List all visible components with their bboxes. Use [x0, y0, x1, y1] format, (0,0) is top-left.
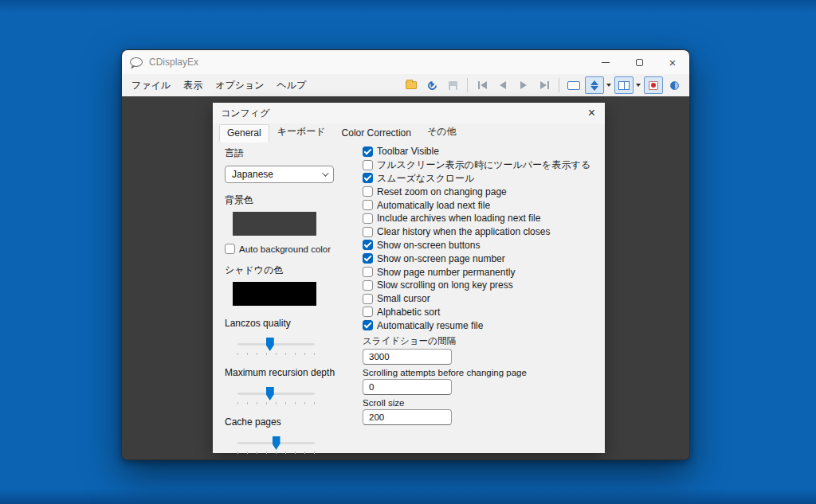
language-dropdown[interactable]: Japanese — [225, 166, 334, 183]
folder-icon — [406, 81, 417, 89]
lanczos-quality-slider-track[interactable] — [237, 343, 315, 346]
record-icon — [649, 81, 658, 90]
two-page-view-button-dropdown-arrow[interactable] — [634, 76, 642, 94]
close-window-button[interactable]: × — [656, 50, 689, 74]
fullscreen-toolbar-label: フルスクリーン表示の時にツールバーを表示する — [377, 158, 590, 172]
show-onscreen-page-number-checkbox[interactable] — [363, 253, 373, 264]
lanczos-quality-slider-group: Lanczos quality — [225, 318, 363, 355]
minimize-icon — [602, 62, 610, 63]
menu-file[interactable]: ファイル — [125, 76, 177, 96]
scroll-size-input[interactable] — [363, 409, 452, 425]
clear-history-on-close-checkbox[interactable] — [363, 227, 373, 237]
slideshow-interval-input[interactable] — [363, 349, 452, 365]
open-file-button[interactable] — [402, 76, 421, 94]
save-button[interactable] — [443, 76, 462, 94]
tab-other[interactable]: その他 — [419, 122, 465, 143]
right-column: Toolbar Visibleフルスクリーン表示の時にツールバーを表示するスムー… — [363, 144, 605, 454]
next-page-button[interactable] — [514, 76, 533, 94]
language-dropdown-value: Japanese — [232, 169, 273, 180]
lanczos-quality-slider[interactable] — [237, 337, 315, 351]
tab-color-correction[interactable]: Color Correction — [334, 124, 419, 143]
toolbar — [401, 76, 685, 94]
cache-pages-slider-ticks — [237, 451, 316, 454]
contrast-button[interactable] — [665, 76, 684, 94]
left-column: 言語 Japanese 背景色 Auto background color シャ… — [225, 144, 363, 454]
last-page-button[interactable] — [535, 76, 554, 94]
options-checkbox-list: Toolbar Visibleフルスクリーン表示の時にツールバーを表示するスムー… — [363, 145, 605, 332]
option-include-archives-next-file[interactable]: Include archives when loading next file — [363, 212, 605, 225]
cache-pages-slider[interactable] — [237, 436, 315, 450]
last-icon — [540, 81, 549, 89]
alphabetic-sort-checkbox[interactable] — [363, 307, 373, 317]
small-cursor-checkbox[interactable] — [363, 294, 373, 304]
option-slow-scrolling-long-key-press[interactable]: Slow scrolling on long key press — [363, 279, 605, 292]
first-page-button[interactable] — [473, 76, 492, 94]
dialog-close-button[interactable]: × — [586, 107, 597, 119]
option-fullscreen-toolbar[interactable]: フルスクリーン表示の時にツールバーを表示する — [363, 158, 605, 172]
auto-background-checkbox[interactable] — [225, 244, 235, 254]
dialog-footer: リセット閉じる — [213, 454, 605, 460]
fit-height-button-dropdown-arrow[interactable] — [605, 76, 613, 94]
option-smooth-scroll[interactable]: スムーズなスクロール — [363, 172, 605, 186]
window-controls: × — [589, 50, 689, 74]
option-reset-zoom-on-page-change[interactable]: Reset zoom on changing page — [363, 185, 605, 198]
menu-help[interactable]: ヘルプ — [271, 76, 313, 96]
max-recursion-depth-slider-track[interactable] — [237, 393, 315, 395]
option-show-onscreen-buttons[interactable]: Show on-screen buttons — [363, 239, 605, 252]
option-show-page-number-permanently[interactable]: Show page number permanently — [363, 265, 605, 279]
shadow-color-swatch[interactable] — [233, 282, 316, 306]
show-onscreen-buttons-label: Show on-screen buttons — [377, 240, 480, 251]
toolbar-visible-checkbox[interactable] — [363, 147, 373, 157]
cache-pages-slider-thumb[interactable] — [273, 436, 280, 450]
option-small-cursor[interactable]: Small cursor — [363, 292, 605, 306]
refresh-button[interactable] — [422, 76, 441, 94]
include-archives-next-file-checkbox[interactable] — [363, 213, 373, 224]
auto-background-checkrow[interactable]: Auto background color — [225, 244, 363, 254]
tab-keyboard[interactable]: キーボード — [269, 122, 334, 143]
auto-resume-file-checkbox[interactable] — [363, 320, 373, 330]
toolbar-separator — [467, 78, 468, 92]
smooth-scroll-checkbox[interactable] — [363, 173, 373, 183]
option-auto-resume-file[interactable]: Automatically resume file — [363, 318, 605, 332]
max-recursion-depth-slider-thumb[interactable] — [266, 387, 274, 400]
auto-load-next-file-checkbox[interactable] — [363, 200, 373, 210]
lanczos-quality-slider-ticks — [237, 353, 316, 355]
option-alphabetic-sort[interactable]: Alphabetic sort — [363, 306, 605, 319]
option-clear-history-on-close[interactable]: Clear history when the application close… — [363, 225, 605, 239]
fit-height-button[interactable] — [585, 76, 604, 94]
scroll-size-label: Scroll size — [363, 398, 605, 408]
menu-options[interactable]: オプション — [209, 76, 270, 96]
option-show-onscreen-page-number[interactable]: Show on-screen page number — [363, 252, 605, 265]
max-recursion-depth-slider[interactable] — [237, 386, 315, 400]
shadow-color-label: シャドウの色 — [225, 264, 363, 277]
previous-page-button[interactable] — [493, 76, 512, 94]
app-speech-bubble-icon — [130, 57, 143, 67]
reset-zoom-on-page-change-checkbox[interactable] — [363, 186, 373, 197]
menu-view[interactable]: 表示 — [177, 76, 209, 96]
maximize-button[interactable] — [622, 50, 656, 74]
show-page-number-permanently-checkbox[interactable] — [363, 267, 373, 277]
fullscreen-toolbar-checkbox[interactable] — [363, 160, 373, 170]
background-color-swatch[interactable] — [233, 212, 316, 236]
close-button[interactable]: 閉じる — [547, 459, 598, 461]
dialog-body: 言語 Japanese 背景色 Auto background color シャ… — [213, 143, 605, 454]
scrolling-attempts-input[interactable] — [363, 379, 452, 395]
slow-scrolling-long-key-press-checkbox[interactable] — [363, 280, 373, 291]
show-onscreen-buttons-checkbox[interactable] — [363, 240, 373, 250]
record-button[interactable] — [644, 76, 663, 94]
minimize-button[interactable] — [589, 50, 622, 74]
auto-resume-file-label: Automatically resume file — [377, 320, 483, 331]
two-page-icon — [618, 81, 630, 90]
reset-button[interactable]: リセット — [476, 459, 537, 461]
option-toolbar-visible[interactable]: Toolbar Visible — [363, 145, 605, 158]
prev-icon — [500, 81, 506, 89]
fit-width-button[interactable] — [564, 76, 583, 94]
lanczos-quality-slider-thumb[interactable] — [266, 338, 274, 351]
dialog-title: コンフィグ — [221, 107, 269, 120]
tab-general[interactable]: General — [219, 124, 269, 143]
two-page-view-button[interactable] — [614, 76, 634, 94]
sliders: Lanczos qualityMaximum recursion depthCa… — [225, 318, 363, 454]
slideshow-interval-label: スライドショーの間隔 — [363, 335, 605, 347]
option-auto-load-next-file[interactable]: Automatically load next file — [363, 198, 605, 212]
next-icon — [520, 81, 527, 89]
